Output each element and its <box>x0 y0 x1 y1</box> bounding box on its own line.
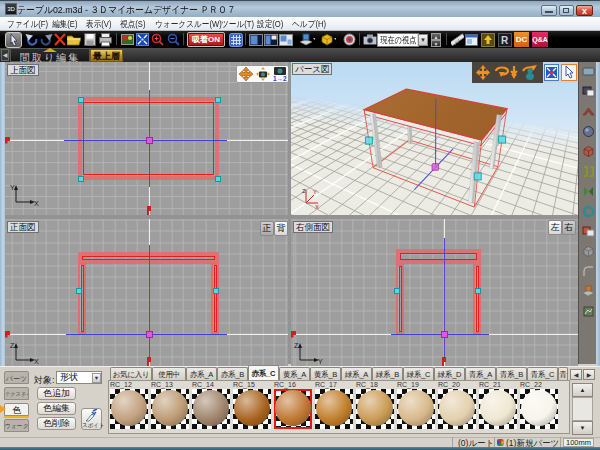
svg-text:Y: Y <box>313 189 317 195</box>
svg-text:Z: Z <box>10 342 15 349</box>
svg-text:Y: Y <box>10 184 15 191</box>
svg-text:X: X <box>34 200 39 206</box>
svg-text:Z: Z <box>294 342 299 349</box>
svg-text:X: X <box>34 358 39 364</box>
svg-text:Y: Y <box>318 358 323 364</box>
svg-text:Z: Z <box>302 188 306 194</box>
svg-text:R: R <box>501 35 509 46</box>
svg-text:1→2: 1→2 <box>273 75 287 81</box>
svg-text:X: X <box>315 204 319 210</box>
